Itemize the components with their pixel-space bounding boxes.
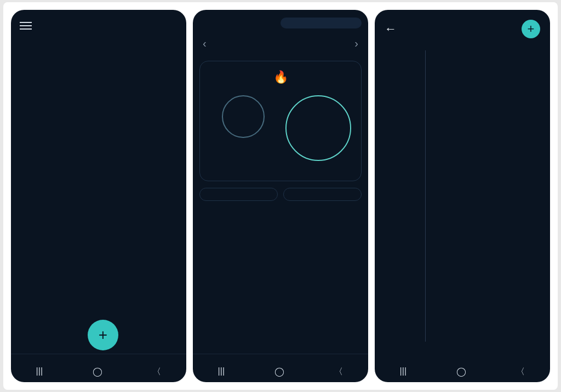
add-entry-button[interactable]: +	[522, 20, 540, 38]
flame-icon: 🔥	[205, 70, 356, 84]
status-bar	[193, 10, 368, 14]
system-nav: ||| ◯ 〈	[11, 361, 186, 382]
phone-habits: + ||| ◯ 〈	[11, 10, 186, 382]
home-button[interactable]: ◯	[456, 366, 466, 378]
back-button[interactable]: 〈	[516, 366, 525, 378]
recents-button[interactable]: |||	[400, 366, 407, 378]
system-nav: ||| ◯ 〈	[193, 361, 368, 382]
chevron-right-icon[interactable]: ›	[351, 34, 362, 53]
phone-history: ← + ||| ◯ 〈	[375, 10, 550, 382]
home-button[interactable]: ◯	[274, 366, 284, 378]
chevron-left-icon[interactable]: ‹	[199, 34, 210, 53]
back-button[interactable]: 〈	[152, 366, 161, 378]
recents-button[interactable]: |||	[218, 366, 225, 378]
stat-success	[199, 188, 278, 201]
stat-failed	[283, 188, 362, 201]
phone-stats: ‹ › 🔥	[193, 10, 368, 382]
tab-single-habit[interactable]	[199, 18, 280, 28]
status-bar	[11, 10, 186, 14]
back-button[interactable]: 〈	[334, 366, 343, 378]
current-streak-circle	[222, 95, 265, 138]
home-button[interactable]: ◯	[93, 366, 102, 378]
menu-icon[interactable]	[20, 20, 32, 32]
status-bar	[375, 10, 550, 14]
system-nav: ||| ◯ 〈	[375, 361, 550, 382]
recents-button[interactable]: |||	[36, 366, 43, 378]
streaks-card: 🔥	[199, 61, 362, 181]
add-habit-fab[interactable]: +	[88, 320, 118, 350]
back-icon[interactable]: ←	[385, 22, 397, 36]
highest-streak-circle	[285, 95, 351, 161]
tab-all-habits[interactable]	[280, 18, 362, 28]
